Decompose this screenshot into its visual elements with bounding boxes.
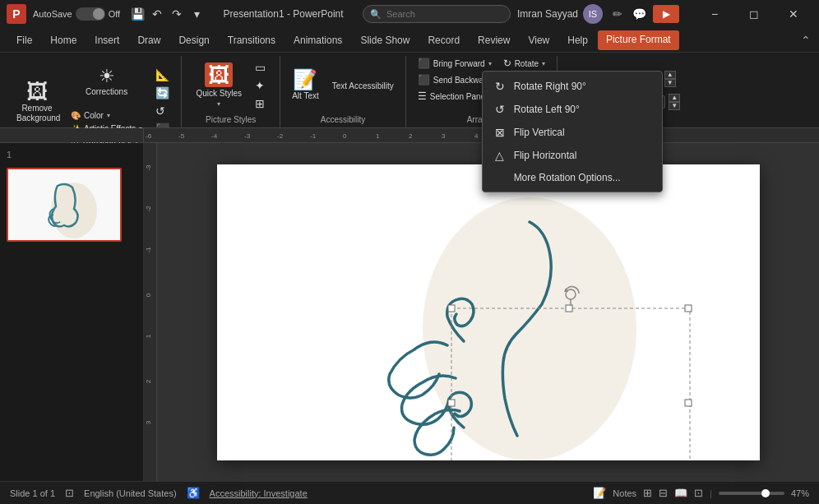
rotate-left-item[interactable]: ↺ Rotate Left 90° xyxy=(483,98,662,121)
svg-text:2: 2 xyxy=(145,379,152,383)
rotate-right-label: Rotate Right 90° xyxy=(514,81,586,92)
save-icon[interactable]: 💾 xyxy=(130,7,145,21)
height-spinners: ▲ ▼ xyxy=(669,94,680,110)
text-accessibility-button[interactable]: Text Accessibility xyxy=(327,80,399,92)
selection-pane-button[interactable]: ☰ Selection Pane xyxy=(413,89,490,104)
quick-access: 💾 ↶ ↷ ▾ xyxy=(130,7,204,21)
flip-vertical-label: Flip Vertical xyxy=(514,127,565,138)
picture-border-button[interactable]: ▭ xyxy=(250,59,271,76)
picture-layout-button[interactable]: ⊞ xyxy=(250,95,271,112)
restore-button[interactable]: ◻ xyxy=(735,0,773,28)
svg-text:3: 3 xyxy=(145,420,152,424)
menu-review[interactable]: Review xyxy=(470,31,518,49)
search-box[interactable]: 🔍 Search xyxy=(363,5,511,23)
quick-styles-button[interactable]: 🖼 Quick Styles ▾ xyxy=(191,59,247,112)
height-down-button[interactable]: ▼ xyxy=(669,102,680,110)
minimize-button[interactable]: − xyxy=(696,0,733,28)
notes-label[interactable]: Notes xyxy=(613,488,636,498)
height-up-button[interactable]: ▲ xyxy=(669,94,680,102)
fit-slide-icon[interactable]: ⊡ xyxy=(694,487,703,499)
outline-icon[interactable]: ⊡ xyxy=(65,487,74,499)
user-name: Imran Sayyad xyxy=(517,8,578,20)
svg-rect-27 xyxy=(448,305,455,312)
comment-icon[interactable]: 💬 xyxy=(632,7,646,21)
menu-home[interactable]: Home xyxy=(42,31,85,49)
rotate-button[interactable]: ↻ Rotate ▾ ↻ Rotate Right 90° ↺ Rotate L… xyxy=(498,56,550,71)
arrange-row1: ⬛ Bring Forward ▾ ↻ Rotate ▾ ↻ Rotate Ri… xyxy=(413,56,550,71)
width-down-button[interactable]: ▼ xyxy=(664,79,676,87)
svg-text:-6: -6 xyxy=(146,132,152,140)
change-picture-button[interactable]: 🔄 xyxy=(150,85,174,101)
rotate-icon: ↻ xyxy=(503,58,511,69)
bring-forward-button[interactable]: ⬛ Bring Forward ▾ xyxy=(413,56,497,71)
rotate-right-item[interactable]: ↻ Rotate Right 90° xyxy=(483,75,662,98)
alt-text-button[interactable]: 📝 Alt Text xyxy=(287,59,324,112)
menu-slideshow[interactable]: Slide Show xyxy=(352,31,418,49)
svg-text:0: 0 xyxy=(343,132,347,140)
svg-text:-4: -4 xyxy=(211,132,218,140)
reset-picture-button[interactable]: ↺ xyxy=(150,103,174,119)
slide-thumbnail-1[interactable] xyxy=(7,168,122,242)
flip-horizontal-item[interactable]: △ Flip Horizontal xyxy=(483,144,662,167)
menu-view[interactable]: View xyxy=(520,31,558,49)
slide-canvas[interactable] xyxy=(217,164,760,460)
menu-animations[interactable]: Animations xyxy=(285,31,350,49)
zoom-level: 47% xyxy=(791,488,809,498)
menu-transitions[interactable]: Transitions xyxy=(220,31,284,49)
picture-effects-button[interactable]: ✦ xyxy=(250,77,271,94)
svg-text:1: 1 xyxy=(376,132,380,140)
undo-icon[interactable]: ↶ xyxy=(150,7,164,21)
arrange-row3: ☰ Selection Pane xyxy=(413,89,490,104)
window-title: Presentation1 - PowerPoint xyxy=(211,8,356,20)
ribbon-group-adjust: 🖼 Remove Background ☀ Corrections 🎨 Colo… xyxy=(5,56,182,127)
slide-view-icon[interactable]: ⊞ xyxy=(643,487,652,499)
svg-text:-3: -3 xyxy=(244,132,251,140)
zoom-thumb[interactable] xyxy=(761,489,770,497)
color-button[interactable]: 🎨 Color ▾ xyxy=(66,109,147,122)
svg-rect-28 xyxy=(566,305,572,312)
customize-icon[interactable]: ▾ xyxy=(189,7,204,21)
svg-text:-1: -1 xyxy=(310,132,317,140)
menu-help[interactable]: Help xyxy=(559,31,596,49)
zoom-slider[interactable] xyxy=(719,492,784,495)
accessibility-small: Text Accessibility xyxy=(327,80,399,92)
menu-insert[interactable]: Insert xyxy=(86,31,127,49)
slide-number: 1 xyxy=(7,150,136,160)
bring-forward-icon: ⬛ xyxy=(418,58,430,69)
svg-text:-5: -5 xyxy=(178,132,185,140)
share-icon[interactable]: ✏ xyxy=(613,7,622,21)
avatar[interactable]: IS xyxy=(583,4,603,24)
remove-bg-icon: 🖼 xyxy=(26,81,48,102)
canvas-area: -3 -2 -1 0 1 2 3 xyxy=(144,143,819,481)
rotate-label: Rotate xyxy=(515,59,539,68)
selection-pane-label: Selection Pane xyxy=(430,92,485,101)
redo-icon[interactable]: ↷ xyxy=(169,7,184,21)
compress-pictures-button[interactable]: 📐 xyxy=(150,67,174,83)
separator: | xyxy=(710,488,712,498)
width-up-button[interactable]: ▲ xyxy=(664,71,676,79)
more-rotation-options-item[interactable]: More Rotation Options... xyxy=(483,167,662,188)
corrections-button[interactable]: ☀ Corrections xyxy=(66,56,147,109)
color-dropdown-arrow: ▾ xyxy=(107,112,110,119)
menu-record[interactable]: Record xyxy=(419,31,468,49)
notes-icon[interactable]: 📝 xyxy=(593,487,606,499)
menu-file[interactable]: File xyxy=(8,31,40,49)
menu-design[interactable]: Design xyxy=(170,31,217,49)
vertical-ruler: -3 -2 -1 0 1 2 3 xyxy=(144,143,157,481)
flip-vertical-item[interactable]: ⊠ Flip Vertical xyxy=(483,121,662,144)
close-button[interactable]: ✕ xyxy=(775,0,812,28)
menu-picture-format[interactable]: Picture Format xyxy=(598,30,679,50)
styles-content: 🖼 Quick Styles ▾ ▭ ✦ ⊞ xyxy=(191,56,271,115)
arrange-content: ⬛ Bring Forward ▾ ↻ Rotate ▾ ↻ Rotate Ri… xyxy=(413,56,550,115)
remove-background-button[interactable]: 🖼 Remove Background xyxy=(12,76,62,128)
menu-draw[interactable]: Draw xyxy=(129,31,169,49)
handout-view-icon[interactable]: ⊟ xyxy=(659,487,668,499)
toggle-knob xyxy=(93,8,104,20)
present-button[interactable]: ▶ xyxy=(653,5,679,23)
adjust-icons-col: 📐 🔄 ↺ ⬛ xyxy=(150,67,174,137)
more-options-label: More Rotation Options... xyxy=(514,172,621,183)
reading-view-icon[interactable]: 📖 xyxy=(674,487,687,499)
autosave-toggle[interactable] xyxy=(76,7,105,21)
collapse-ribbon-icon[interactable]: ⌃ xyxy=(801,34,811,47)
accessibility-label[interactable]: Accessibility: Investigate xyxy=(210,488,308,498)
